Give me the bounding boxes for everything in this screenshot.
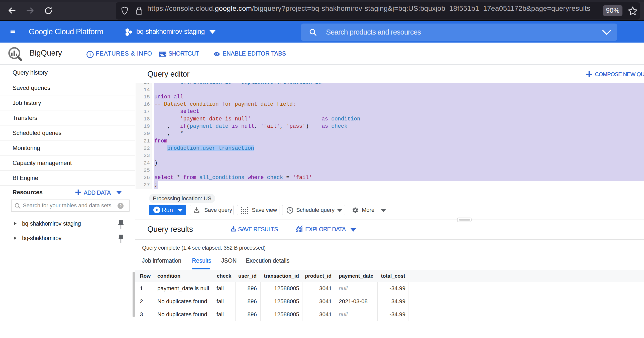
svg-text:?: ?: [119, 204, 122, 208]
